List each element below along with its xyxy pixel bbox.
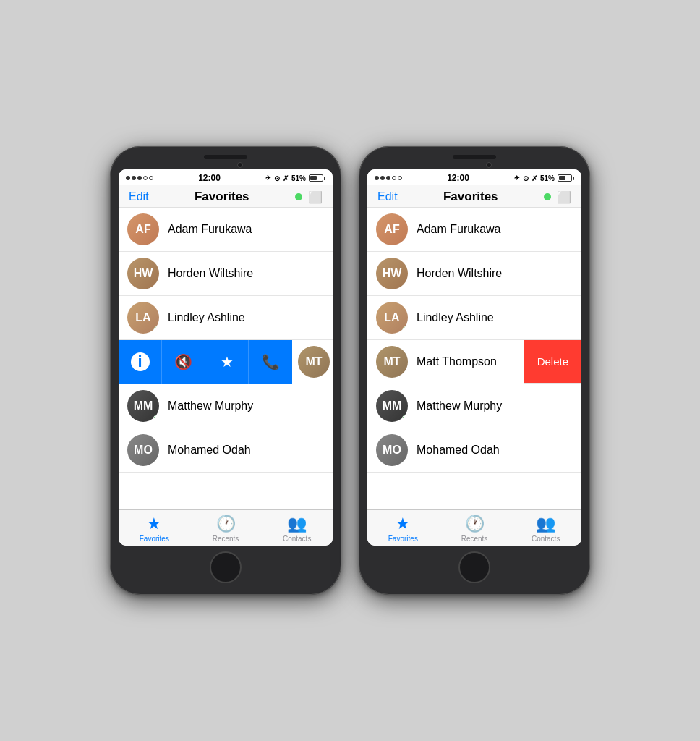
tab-contacts-right[interactable]: 👥 Contacts [510, 515, 581, 543]
recents-icon-right: 🕐 [465, 515, 485, 533]
mute-icon: 🔇 [174, 353, 192, 370]
swipe-actions-left: i 🔇 ★ 📞 [119, 340, 292, 384]
contact-name-horden: Horden Wiltshire [168, 267, 324, 280]
battery-left [309, 174, 325, 182]
phone-right: 12:00 ✈ ⊙ ✗ 51% Edit Favorit [359, 146, 590, 595]
signal-dot-4 [143, 176, 148, 180]
recents-icon-left: 🕐 [216, 515, 236, 533]
contacts-icon-left: 👥 [287, 515, 307, 533]
recents-label-right: Recents [461, 535, 488, 543]
phone-left: 12:00 ✈ ⊙ ✗ 51% Edit Favorit [110, 146, 341, 595]
swipe-row-matt-right: MT Matt Thompson Delete [367, 340, 581, 384]
signal-indicators-right [375, 176, 402, 180]
online-dot-matthew [153, 415, 159, 422]
signal-dot-2 [132, 176, 136, 180]
nav-title-left: Favorites [195, 190, 249, 204]
contact-name-matthew: Matthew Murphy [168, 399, 324, 412]
contact-name-mohamed: Mohamed Odah [168, 444, 324, 457]
contact-name-lindley-right: Lindley Ashline [417, 311, 573, 324]
online-dot-matthew-right [402, 415, 408, 422]
camera-right [486, 162, 492, 168]
status-dot-nav-right [544, 193, 551, 200]
contact-name-matthew-right: Matthew Murphy [417, 399, 573, 412]
action-call[interactable]: 📞 [249, 340, 292, 384]
contact-row-mohamed[interactable]: MO Mohamed Odah [119, 428, 333, 473]
status-right-right: ✈ ⊙ ✗ 51% [514, 174, 574, 182]
tab-favorites-left[interactable]: ★ Favorites [119, 515, 190, 543]
home-button-left[interactable] [210, 551, 242, 583]
contact-name-mohamed-right: Mohamed Odah [417, 444, 573, 457]
tab-recents-left[interactable]: 🕐 Recents [190, 515, 262, 543]
delete-button[interactable]: Delete [524, 340, 581, 384]
r-signal-dot-4 [392, 176, 396, 180]
avatar-lindley: LA [127, 302, 159, 334]
status-dot-nav-left [295, 193, 302, 200]
action-favorite[interactable]: ★ [205, 340, 249, 384]
status-time-right: 12:00 [447, 173, 469, 183]
avatar-matt-right: MT [376, 346, 408, 378]
home-button-right[interactable] [458, 551, 490, 583]
contacts-label-left: Contacts [283, 535, 311, 543]
status-right-left: ✈ ⊙ ✗ 51% [265, 174, 325, 182]
signal-indicators [126, 176, 153, 180]
bluetooth-icon: ✗ [283, 174, 289, 182]
contact-list-right: AF Adam Furukawa HW Horden Wiltshire LA [367, 208, 581, 509]
avatar-adam-right: AF [376, 213, 408, 245]
avatar-adam: AF [127, 213, 159, 245]
location-icon: ✈ [265, 174, 271, 182]
signal-dot-3 [137, 176, 142, 180]
nav-icons-right: ⬜ [544, 190, 571, 204]
contact-name-adam: Adam Furukawa [168, 223, 324, 236]
contacts-label-right: Contacts [532, 535, 560, 543]
screen-left: 12:00 ✈ ⊙ ✗ 51% Edit Favorit [119, 169, 333, 546]
avatar-matthew: MM [127, 390, 159, 422]
avatar-mohamed-right: MO [376, 434, 408, 466]
favorites-icon-right: ★ [396, 515, 410, 533]
contacts-icon-right: 👥 [536, 515, 555, 533]
favorites-label-right: Favorites [388, 535, 418, 543]
compose-icon-left[interactable]: ⬜ [308, 190, 323, 204]
online-dot-lindley [153, 326, 159, 334]
avatar-mohamed: MO [127, 434, 159, 466]
camera-left [237, 162, 243, 168]
status-bar-right: 12:00 ✈ ⊙ ✗ 51% [367, 169, 581, 185]
r-bluetooth-icon: ✗ [532, 174, 537, 182]
info-icon: i [131, 352, 150, 371]
contact-row-horden-right[interactable]: HW Horden Wiltshire [367, 252, 581, 296]
contact-name-matt-right: Matt Thompson [417, 355, 516, 368]
avatar-horden: HW [127, 258, 159, 289]
action-info[interactable]: i [119, 340, 162, 384]
signal-dot-1 [126, 176, 130, 180]
contact-list-left: AF Adam Furukawa HW Horden Wiltshire LA [119, 208, 333, 509]
r-signal-dot-1 [375, 176, 379, 180]
r-battery-percent: 51% [540, 174, 555, 182]
contact-row-lindley[interactable]: LA Lindley Ashline [119, 296, 333, 340]
tab-recents-right[interactable]: 🕐 Recents [439, 515, 511, 543]
tab-contacts-left[interactable]: 👥 Contacts [261, 515, 333, 543]
contact-row-lindley-right[interactable]: LA Lindley Ashline [367, 296, 581, 340]
contact-row-mohamed-right[interactable]: MO Mohamed Odah [367, 428, 581, 473]
r-signal-dot-3 [386, 176, 390, 180]
contact-row-adam[interactable]: AF Adam Furukawa [119, 208, 333, 252]
tab-bar-left: ★ Favorites 🕐 Recents 👥 Contacts [119, 509, 333, 546]
contact-row-matthew-right[interactable]: MM Matthew Murphy [367, 384, 581, 428]
r-signal-dot-5 [398, 176, 402, 180]
action-mute[interactable]: 🔇 [162, 340, 205, 384]
edit-button-right[interactable]: Edit [377, 190, 398, 203]
avatar-matt-partial: MT [298, 346, 330, 378]
avatar-horden-right: HW [376, 258, 408, 289]
contact-row-adam-right[interactable]: AF Adam Furukawa [367, 208, 581, 252]
tab-bar-right: ★ Favorites 🕐 Recents 👥 Contacts [367, 509, 581, 546]
contact-row-matt-right[interactable]: MT Matt Thompson [367, 340, 524, 384]
status-time-left: 12:00 [198, 173, 221, 183]
signal-dot-5 [149, 176, 153, 180]
compose-icon-right[interactable]: ⬜ [557, 190, 571, 204]
contact-row-matthew[interactable]: MM Matthew Murphy [119, 384, 333, 428]
nav-title-right: Favorites [443, 190, 498, 204]
nav-bar-right: Edit Favorites ⬜ [367, 185, 581, 208]
tab-favorites-right[interactable]: ★ Favorites [367, 515, 439, 543]
contact-row-horden[interactable]: HW Horden Wiltshire [119, 252, 333, 296]
swipe-row-matt-left: i 🔇 ★ 📞 [119, 340, 333, 384]
edit-button-left[interactable]: Edit [129, 190, 149, 203]
star-icon: ★ [221, 353, 234, 370]
